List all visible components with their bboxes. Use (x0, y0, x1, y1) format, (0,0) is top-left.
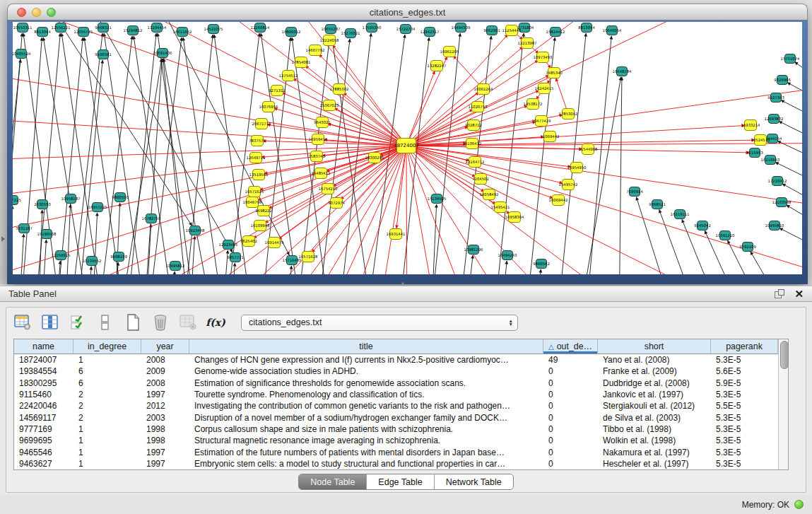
minimize-window-button[interactable] (32, 8, 41, 17)
graph-node[interactable]: 8813044 (34, 28, 51, 37)
graph-node[interactable]: 16571625 (245, 187, 264, 197)
graph-node[interactable]: 2630550 (34, 200, 51, 209)
table-cell[interactable]: 2009 (141, 366, 189, 376)
table-cell[interactable]: Franke et al. (2009) (598, 366, 711, 376)
table-cell[interactable]: Nakamura et al. (1997) (598, 448, 711, 457)
table-cell[interactable]: Jankovic et al. (1997) (598, 390, 711, 399)
graph-node[interactable]: 14521075 (204, 25, 223, 34)
scrollbar-thumb[interactable] (780, 341, 789, 369)
graph-node[interactable]: 12224058 (320, 35, 340, 46)
graph-node[interactable]: 18724007 (394, 139, 419, 153)
table-row[interactable]: 946362711997Embryonic stem cells: a mode… (14, 458, 778, 469)
table-cell[interactable]: Hescheler et al. (1997) (598, 459, 711, 469)
graph-node[interactable]: 10234552 (83, 257, 102, 266)
graph-node[interactable]: 9857771 (227, 253, 244, 262)
table-cell[interactable]: Estimation of the future numbers of pati… (189, 448, 543, 457)
graph-node[interactable]: 8215953 (746, 148, 763, 158)
table-cell[interactable]: Tourette syndrome. Phenomenology and cla… (189, 390, 543, 399)
new-document-icon[interactable] (124, 313, 142, 332)
column-cells-icon[interactable] (96, 313, 114, 332)
graph-node[interactable]: 12649711 (247, 153, 266, 163)
graph-node[interactable]: 9662901 (483, 26, 500, 35)
table-cell[interactable]: 1 (73, 355, 141, 365)
graph-node[interactable]: 20691406 (153, 49, 173, 58)
table-cell[interactable]: 0 (543, 448, 598, 457)
graph-node[interactable]: 9245042 (694, 221, 711, 230)
table-row[interactable]: 946554611997Estimation of the future num… (14, 446, 778, 457)
graph-node[interactable]: 15824412 (546, 28, 565, 37)
graph-node[interactable]: 15751074 (781, 54, 801, 64)
table-cell[interactable]: Embryonic stem cells: a model to study s… (189, 459, 543, 469)
table-cell[interactable]: 0 (543, 459, 598, 469)
graph-node[interactable]: 15294812 (124, 26, 143, 35)
graph-node[interactable]: 10646054 (603, 26, 623, 35)
graph-node[interactable]: 9072974 (328, 198, 345, 209)
graph-node[interactable]: 9271312 (269, 86, 286, 96)
graph-node[interactable]: 11259915 (52, 251, 71, 260)
close-panel-icon[interactable]: ✕ (794, 289, 804, 299)
table-cell[interactable]: 0 (543, 413, 598, 423)
zoom-window-button[interactable] (47, 8, 56, 17)
graph-node[interactable]: 10477429 (532, 116, 551, 127)
table-cell[interactable]: 9699695 (14, 436, 73, 445)
table-cell[interactable]: 0 (543, 424, 598, 434)
graph-node[interactable]: 14607792 (306, 45, 325, 56)
graph-node[interactable]: 16782759 (142, 214, 161, 223)
table-cell[interactable]: 5.3E-5 (711, 390, 778, 399)
column-header-pagerank[interactable]: pagerank (711, 339, 778, 354)
graph-node[interactable]: 9368521 (649, 200, 666, 209)
graph-node[interactable]: 17853042 (559, 109, 578, 119)
column-header-short[interactable]: short (598, 339, 711, 354)
table-cell[interactable]: Stergiakouli et al. (2012) (598, 401, 711, 411)
table-scrollbar[interactable] (778, 339, 788, 469)
table-cell[interactable]: 1997 (141, 390, 189, 399)
table-row[interactable]: 911546021997Tourette syndrome. Phenomeno… (14, 389, 778, 400)
graph-node[interactable]: 10553311 (13, 23, 33, 33)
table-cell[interactable]: Genome-wide association studies in ADHD. (189, 366, 543, 376)
graph-node[interactable]: 11204454 (148, 23, 167, 33)
table-cell[interactable]: 18300295 (14, 378, 73, 388)
graph-node[interactable]: 13519561 (249, 170, 269, 180)
table-cell[interactable]: 9777169 (14, 424, 73, 434)
table-cell[interactable]: 6 (73, 378, 141, 388)
graph-node[interactable]: 16806012 (282, 28, 301, 37)
table-cell[interactable]: Changes of HCN gene expression and I(f) … (189, 355, 543, 365)
table-cell[interactable]: Dudbridge et al. (2008) (598, 378, 711, 388)
network-graph[interactable]: 1055331188130441255622112055721946832115… (13, 22, 802, 274)
table-cell[interactable]: 5.3E-5 (711, 413, 778, 423)
table-cell[interactable]: Tibbo et al. (1998) (598, 424, 711, 434)
graph-node[interactable]: 12213987 (518, 38, 537, 49)
graph-node[interactable]: 9468159 (110, 252, 127, 262)
table-settings-icon[interactable] (13, 313, 32, 332)
graph-node[interactable]: 10923448 (186, 226, 206, 235)
table-cell[interactable]: 5.3E-5 (711, 459, 778, 469)
graph-node[interactable]: 16069442 (549, 195, 568, 206)
tab-node-table[interactable]: Node Table (299, 474, 366, 489)
table-cell[interactable]: 2 (73, 401, 141, 411)
graph-node[interactable]: 15495742 (559, 180, 578, 190)
graph-node[interactable]: 16957225 (88, 203, 107, 212)
graph-node[interactable]: 12556221 (52, 23, 71, 33)
graph-node[interactable]: 3957225 (13, 196, 21, 205)
graph-node[interactable]: 13282247 (428, 61, 447, 71)
table-cell[interactable]: 9115460 (14, 390, 73, 399)
graph-node[interactable]: 16494309 (452, 23, 471, 33)
table-cell[interactable]: 2008 (141, 378, 189, 388)
graph-node[interactable]: 17595340 (363, 23, 382, 33)
table-row[interactable]: 977716911998Corpus callosum shape and si… (14, 424, 778, 435)
column-header-name[interactable]: name (14, 339, 73, 354)
graph-node[interactable]: 9643021 (314, 117, 331, 128)
table-cell[interactable]: 5.9E-5 (711, 378, 778, 388)
delete-trash-icon[interactable] (151, 313, 170, 332)
graph-node[interactable]: 8813054 (578, 23, 595, 33)
table-cell[interactable]: 19384554 (14, 366, 73, 376)
table-cell[interactable]: 1997 (141, 448, 189, 457)
graph-node[interactable]: 12923446 (219, 240, 239, 250)
table-cell[interactable]: 2 (73, 390, 141, 399)
graph-node[interactable]: 10405524 (13, 49, 31, 59)
graph-node[interactable]: 17885302 (330, 84, 349, 95)
column-header-year[interactable]: year (141, 339, 189, 354)
table-cell[interactable]: Estimation of significance thresholds fo… (189, 378, 543, 388)
graph-node[interactable]: 7485340 (546, 68, 563, 78)
table-cell[interactable]: 5.3E-5 (711, 448, 778, 457)
